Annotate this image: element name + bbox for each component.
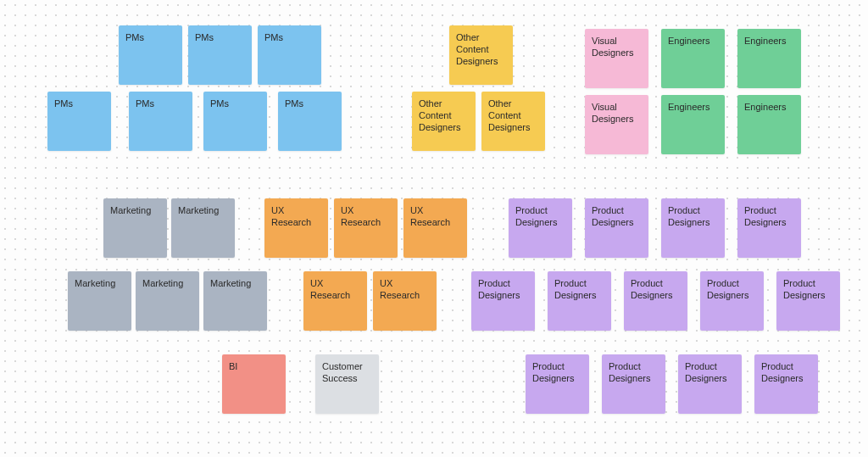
sticky-eng-2[interactable]: Engineers (737, 29, 801, 88)
sticky-ocd-2[interactable]: Other Content Designers (412, 92, 476, 151)
sticky-pd-12[interactable]: Product Designers (678, 354, 742, 414)
sticky-pm-4[interactable]: PMs (47, 92, 111, 151)
sticky-pd-11[interactable]: Product Designers (602, 354, 665, 414)
sticky-mkt-5[interactable]: Marketing (203, 271, 267, 331)
sticky-mkt-4[interactable]: Marketing (136, 271, 199, 331)
sticky-pd-9[interactable]: Product Designers (776, 271, 840, 331)
sticky-mkt-2[interactable]: Marketing (171, 198, 235, 258)
sticky-pd-13[interactable]: Product Designers (754, 354, 818, 414)
sticky-cs-1[interactable]: Customer Success (315, 354, 379, 414)
sticky-ux-1[interactable]: UX Research (264, 198, 328, 258)
sticky-ux-5[interactable]: UX Research (373, 271, 437, 331)
sticky-pm-1[interactable]: PMs (119, 25, 182, 85)
sticky-mkt-3[interactable]: Marketing (68, 271, 131, 331)
sticky-ux-2[interactable]: UX Research (334, 198, 398, 258)
sticky-pd-6[interactable]: Product Designers (548, 271, 611, 331)
sticky-eng-3[interactable]: Engineers (661, 95, 725, 154)
sticky-pd-3[interactable]: Product Designers (661, 198, 725, 258)
sticky-pm-5[interactable]: PMs (129, 92, 192, 151)
sticky-ocd-3[interactable]: Other Content Designers (481, 92, 545, 151)
sticky-mkt-1[interactable]: Marketing (103, 198, 167, 258)
sticky-ux-3[interactable]: UX Research (403, 198, 467, 258)
sticky-pd-2[interactable]: Product Designers (585, 198, 648, 258)
sticky-vd-2[interactable]: Visual Designers (585, 95, 648, 154)
sticky-pm-6[interactable]: PMs (203, 92, 267, 151)
sticky-ux-4[interactable]: UX Research (303, 271, 367, 331)
sticky-pd-4[interactable]: Product Designers (737, 198, 801, 258)
sticky-pm-3[interactable]: PMs (258, 25, 321, 85)
sticky-pd-5[interactable]: Product Designers (471, 271, 535, 331)
sticky-pd-10[interactable]: Product Designers (526, 354, 589, 414)
sticky-bi-1[interactable]: BI (222, 354, 286, 414)
sticky-ocd-1[interactable]: Other Content Designers (449, 25, 513, 85)
sticky-eng-1[interactable]: Engineers (661, 29, 725, 88)
sticky-vd-1[interactable]: Visual Designers (585, 29, 648, 88)
sticky-pd-1[interactable]: Product Designers (509, 198, 572, 258)
sticky-pm-7[interactable]: PMs (278, 92, 342, 151)
sticky-pm-2[interactable]: PMs (188, 25, 252, 85)
sticky-pd-8[interactable]: Product Designers (700, 271, 764, 331)
sticky-pd-7[interactable]: Product Designers (624, 271, 687, 331)
sticky-eng-4[interactable]: Engineers (737, 95, 801, 154)
